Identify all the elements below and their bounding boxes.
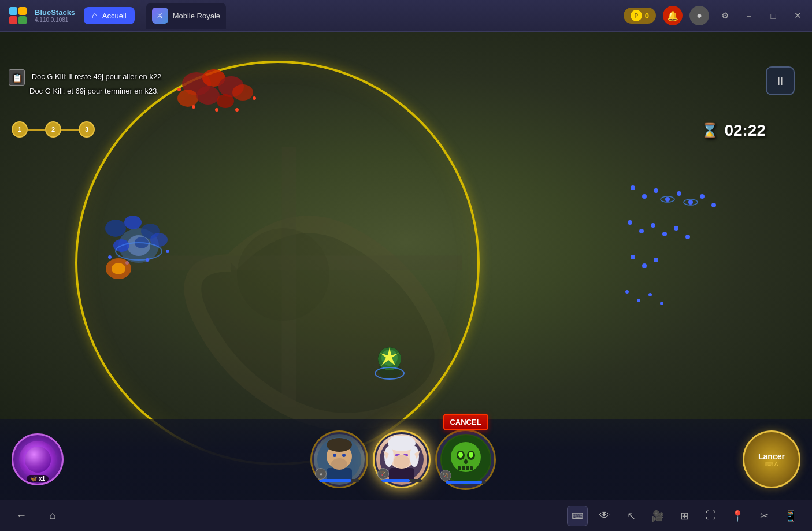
location-button[interactable]: 📍	[728, 506, 747, 526]
minimize-button[interactable]: −	[740, 7, 758, 24]
phone-button[interactable]: 📱	[781, 506, 800, 526]
hero-slot-3[interactable]: CANCEL	[435, 429, 496, 490]
hero2-skill-icon: 🏹	[377, 468, 389, 480]
game-tab[interactable]: ⚔ Mobile Royale	[146, 3, 226, 29]
hero3-skill-icon: 🏹	[440, 470, 451, 481]
svg-point-60	[327, 438, 352, 452]
ability-inner	[19, 441, 57, 478]
svg-point-63	[331, 458, 347, 470]
svg-point-80	[469, 452, 473, 458]
svg-point-61	[333, 454, 336, 457]
step-line-1	[28, 129, 45, 131]
home-taskbar-button[interactable]: ⌂	[43, 506, 62, 526]
settings-button[interactable]: ⚙	[716, 7, 733, 24]
taskbar-right: ⌨ 👁 ↖ 🎥 ⊞ ⛶ 📍 ✂ 📱	[567, 506, 800, 526]
top-bar: BlueStacks 4.110.0.1081 ⌂ Accueil ⚔ Mobi…	[0, 0, 812, 32]
launch-button[interactable]: Lancer ⌨ A	[743, 430, 800, 488]
expand-button[interactable]: ⛶	[701, 506, 721, 526]
hero2-hp-fill	[381, 479, 410, 482]
svg-rect-82	[458, 466, 461, 470]
keyboard-button[interactable]: ⌨	[567, 506, 588, 526]
notification-button[interactable]: 🔔	[663, 6, 683, 25]
ability-wing: 🦋	[30, 476, 37, 482]
back-button[interactable]: ←	[12, 506, 31, 526]
app-name-block: BlueStacks 4.110.0.1081	[35, 8, 75, 23]
top-right-controls: P 0 🔔 ● ⚙ − □ ✕	[624, 6, 806, 25]
center-hero	[372, 341, 407, 384]
message-icon: 📋	[9, 69, 25, 86]
svg-point-81	[464, 459, 468, 464]
message-box: 📋 Doc G Kill: il reste 49j pour aller en…	[9, 69, 161, 98]
hero1-hp-fill	[319, 479, 351, 482]
scissors-button[interactable]: ✂	[754, 506, 774, 526]
hero3-hp-fill	[446, 481, 482, 484]
svg-point-79	[458, 452, 463, 458]
ability-count: x1	[39, 476, 45, 482]
bluestacks-logo	[6, 3, 30, 28]
bottom-hud: 🦋 x1	[0, 419, 812, 500]
coin-badge[interactable]: P 0	[624, 8, 656, 24]
timer-value: 02:22	[724, 121, 766, 140]
maximize-button[interactable]: □	[765, 7, 782, 24]
home-icon: ⌂	[92, 10, 98, 21]
timer-display: ⌛ 02:22	[701, 121, 766, 140]
timer-icon: ⌛	[701, 122, 718, 139]
step-1: 1	[12, 121, 28, 138]
message-line1: Doc G Kill: il reste 49j pour aller en k…	[32, 72, 162, 81]
hero2-hp-bar	[381, 479, 422, 482]
pause-button[interactable]: ⏸	[766, 66, 795, 95]
user-button[interactable]: ●	[689, 6, 709, 25]
launch-sub: ⌨ A	[765, 461, 778, 467]
cancel-button[interactable]: CANCEL	[443, 414, 488, 430]
step-indicator: 1 2 3	[12, 121, 95, 138]
app-version: 4.110.0.1081	[35, 17, 75, 23]
coin-icon: P	[631, 10, 642, 21]
game-tab-title: Mobile Royale	[173, 12, 220, 20]
home-button[interactable]: ⌂ Accueil	[84, 7, 135, 24]
step-2: 2	[45, 121, 61, 138]
camera-button[interactable]: 🎥	[648, 506, 668, 526]
message-line2: Doc G Kill: et 69j pour terminer en k23.	[29, 87, 159, 95]
launch-label: Lancer	[758, 452, 785, 461]
app-name: BlueStacks	[35, 8, 75, 17]
taskbar-left: ← ⌂	[12, 506, 62, 526]
close-button[interactable]: ✕	[789, 7, 806, 24]
hero-slots: ⚔	[75, 429, 731, 490]
screen-button[interactable]: ⊞	[674, 506, 694, 526]
game-area[interactable]: 📋 Doc G Kill: il reste 49j pour aller en…	[0, 32, 812, 500]
cursor-button[interactable]: ↖	[621, 506, 641, 526]
home-label: Accueil	[102, 12, 127, 20]
ability-button[interactable]: 🦋 x1	[12, 433, 64, 485]
svg-rect-85	[470, 466, 473, 470]
ability-orb	[25, 447, 51, 473]
svg-rect-83	[462, 466, 465, 470]
coin-count: 0	[645, 12, 649, 20]
hero1-hp-bar	[319, 479, 359, 482]
hero3-hp-bar	[446, 481, 486, 484]
step-3: 3	[79, 121, 95, 138]
svg-rect-84	[466, 466, 469, 470]
bottom-taskbar: ← ⌂ ⌨ 👁 ↖ 🎥 ⊞ ⛶ 📍 ✂ 📱	[0, 500, 812, 531]
hero1-skill-icon: ⚔	[315, 468, 327, 480]
game-tab-icon: ⚔	[152, 8, 168, 24]
step-line-2	[61, 129, 79, 131]
hero-slot-1[interactable]: ⚔	[310, 430, 368, 488]
svg-point-74	[394, 455, 410, 469]
svg-point-62	[342, 454, 346, 457]
hero-slot-2[interactable]: 🏹	[373, 430, 431, 488]
pause-icon: ⏸	[774, 75, 786, 88]
eye-button[interactable]: 👁	[595, 506, 614, 526]
